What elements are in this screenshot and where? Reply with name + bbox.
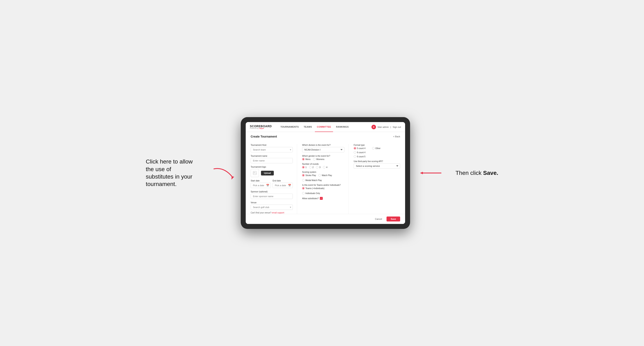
individuals-label: Individuals Only bbox=[306, 192, 320, 194]
logo-placeholder bbox=[251, 169, 259, 177]
format-other[interactable]: Other bbox=[372, 147, 380, 150]
6count5-circle[interactable] bbox=[354, 155, 356, 158]
nav-committee[interactable]: COMMITTEE bbox=[315, 122, 333, 132]
avatar: B bbox=[372, 125, 376, 129]
5count4-circle[interactable] bbox=[354, 147, 356, 150]
5count4-label: 5 count 4 bbox=[357, 147, 366, 150]
gender-group: Which gender is the event for? Mens Wome… bbox=[302, 155, 344, 161]
rounds-1-circle[interactable] bbox=[302, 166, 304, 169]
rounds-group: Number of rounds 1 2 bbox=[302, 163, 344, 169]
format-6count4[interactable]: 6 count 4 bbox=[354, 151, 400, 154]
tournament-name-label: Tournament name bbox=[251, 155, 293, 157]
tablet-frame: SCOREBOARD Powered by clippd TOURNAMENTS… bbox=[241, 117, 410, 229]
gender-mens[interactable]: Mens bbox=[302, 158, 310, 161]
venue-input[interactable] bbox=[251, 204, 293, 210]
user-separator: | bbox=[390, 126, 391, 128]
division-select[interactable]: NCAA Division I bbox=[302, 147, 344, 152]
nav-links: TOURNAMENTS TEAMS COMMITTEE RANKINGS bbox=[278, 122, 366, 132]
substitutes-label: Allow substitutes? bbox=[302, 197, 318, 200]
left-annotation: Click here to allow the use of substitut… bbox=[146, 158, 200, 188]
format-5count4[interactable]: 5 count 4 bbox=[354, 147, 366, 150]
form-col-1: Tournament Host ▾ Tournament name Tourna bbox=[251, 144, 297, 214]
division-group: Which division is the event for? NCAA Di… bbox=[302, 144, 344, 152]
rounds-4-label: 4 bbox=[326, 166, 328, 169]
nav-teams[interactable]: TEAMS bbox=[302, 122, 314, 132]
tournament-logo-group: Tournament logo Upload bbox=[251, 166, 293, 177]
other-circle[interactable] bbox=[372, 147, 374, 150]
match-label: Match Play bbox=[322, 174, 332, 176]
womens-radio-circle[interactable] bbox=[313, 158, 316, 161]
rounds-4-circle[interactable] bbox=[323, 166, 326, 169]
mens-radio-circle[interactable] bbox=[302, 158, 304, 161]
dropdown-icon: ▾ bbox=[290, 148, 291, 151]
substitutes-checkbox[interactable]: ✓ bbox=[320, 197, 323, 200]
teams-label: Is this event for Teams and/or Individua… bbox=[302, 184, 344, 186]
scoring-service-select[interactable]: Select a scoring service bbox=[354, 163, 400, 169]
gender-womens[interactable]: Womens bbox=[313, 158, 324, 161]
6count4-circle[interactable] bbox=[354, 151, 356, 154]
sign-out-link[interactable]: Sign out bbox=[393, 126, 401, 128]
substitutes-group: Allow substitutes? ✓ bbox=[302, 197, 344, 200]
division-label: Which division is the event for? bbox=[302, 144, 344, 146]
scoring-select-wrapper: Select a scoring service bbox=[354, 163, 400, 169]
venue-label: Venue bbox=[251, 201, 293, 204]
form-footer: Cancel Save bbox=[246, 214, 405, 224]
format-group: Format type 5 count 4 Other bbox=[354, 144, 400, 158]
calendar-icon-end: 📅 bbox=[288, 184, 291, 187]
medal-match-circle[interactable] bbox=[302, 179, 304, 181]
upload-button[interactable]: Upload bbox=[261, 171, 274, 175]
gender-radio-group: Mens Womens bbox=[302, 158, 344, 161]
svg-marker-3 bbox=[420, 172, 423, 174]
logo-sub: Powered by clippd bbox=[250, 128, 272, 129]
teams-group: Is this event for Teams and/or Individua… bbox=[302, 184, 344, 194]
right-annotation: Then click Save. bbox=[456, 169, 498, 177]
6count4-label: 6 count 4 bbox=[357, 151, 366, 154]
rounds-2-circle[interactable] bbox=[309, 166, 312, 169]
venue-group: Venue ▾ Can't find your venue? email sup… bbox=[251, 201, 293, 214]
tournament-host-input[interactable] bbox=[251, 147, 293, 152]
nav-logo: SCOREBOARD Powered by clippd bbox=[250, 125, 272, 129]
rounds-3-label: 3 bbox=[319, 166, 320, 169]
form-col-2: Which division is the event for? NCAA Di… bbox=[302, 144, 348, 214]
scoring-stroke[interactable]: Stroke Play bbox=[302, 174, 316, 176]
logo-brand: clippd bbox=[259, 127, 264, 129]
rounds-label: Number of rounds bbox=[302, 163, 344, 165]
rounds-1[interactable]: 1 bbox=[302, 166, 306, 169]
sponsor-input[interactable] bbox=[251, 194, 293, 199]
date-row: Start date 📅 End date 📅 bbox=[251, 179, 293, 188]
stroke-circle[interactable] bbox=[302, 174, 304, 176]
scoring-medal-match[interactable]: Medal Match Play bbox=[302, 179, 322, 181]
save-button[interactable]: Save bbox=[386, 216, 400, 221]
end-date-group: End date 📅 bbox=[272, 179, 293, 188]
format-6count5[interactable]: 6 count 5 bbox=[354, 155, 400, 158]
rounds-3-circle[interactable] bbox=[316, 166, 318, 169]
tournament-name-group: Tournament name bbox=[251, 155, 293, 163]
stroke-label: Stroke Play bbox=[306, 174, 316, 176]
rounds-2-label: 2 bbox=[312, 166, 314, 169]
page-header: Create Tournament < Back bbox=[246, 132, 405, 138]
scoring-radio-group: Stroke Play Match Play Medal Match Play bbox=[302, 174, 344, 181]
teams-plus-individuals[interactable]: Teams (+Individuals) bbox=[302, 187, 324, 189]
medal-match-label: Medal Match Play bbox=[306, 179, 322, 181]
rounds-3[interactable]: 3 bbox=[316, 166, 320, 169]
individuals-circle[interactable] bbox=[302, 192, 304, 194]
individuals-only[interactable]: Individuals Only bbox=[302, 192, 320, 194]
nav-tournaments[interactable]: TOURNAMENTS bbox=[278, 122, 301, 132]
cancel-button[interactable]: Cancel bbox=[372, 216, 384, 221]
back-button[interactable]: < Back bbox=[393, 135, 400, 138]
nav-rankings[interactable]: RANKINGS bbox=[334, 122, 350, 132]
match-circle[interactable] bbox=[318, 174, 321, 176]
teams-circle[interactable] bbox=[302, 187, 304, 189]
6count5-label: 6 count 5 bbox=[357, 156, 366, 158]
rounds-2[interactable]: 2 bbox=[309, 166, 314, 169]
form-col-3: Format type 5 count 4 Other bbox=[354, 144, 400, 214]
rounds-4[interactable]: 4 bbox=[323, 166, 328, 169]
email-support-link[interactable]: email support bbox=[272, 211, 284, 214]
tournament-name-input[interactable] bbox=[251, 158, 293, 163]
scoring-match[interactable]: Match Play bbox=[318, 174, 332, 176]
api-group: Use third-party live scoring API? Select… bbox=[354, 160, 400, 169]
scoring-label: Scoring system bbox=[302, 171, 344, 173]
nav-bar: SCOREBOARD Powered by clippd TOURNAMENTS… bbox=[246, 122, 405, 132]
svg-marker-0 bbox=[232, 176, 234, 179]
scoring-group: Scoring system Stroke Play Match Play bbox=[302, 171, 344, 181]
